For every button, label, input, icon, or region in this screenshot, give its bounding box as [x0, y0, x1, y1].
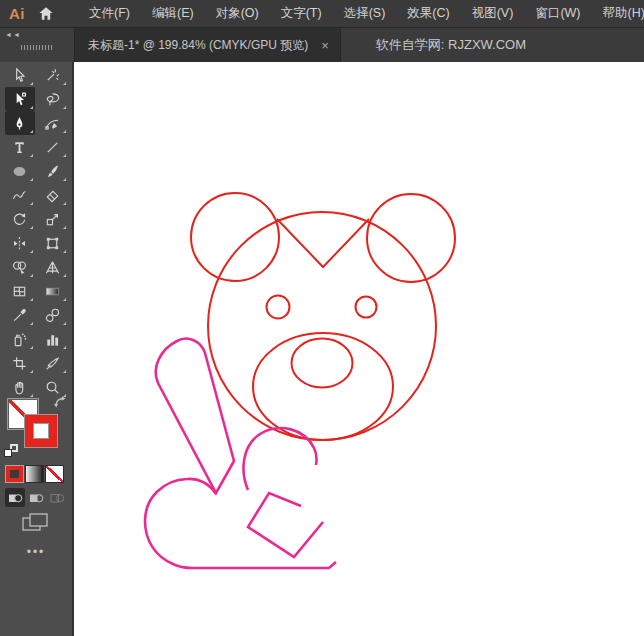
eraser-tool[interactable]: [38, 183, 68, 207]
illustrator-logo: Ai: [9, 5, 25, 22]
blend-tool[interactable]: [38, 303, 68, 327]
document-tab[interactable]: 未标题-1* @ 199.84% (CMYK/GPU 预览) ×: [74, 28, 341, 62]
symbol-sprayer-icon: [11, 331, 28, 348]
bear-foot-path[interactable]: [145, 479, 336, 568]
draw-normal-button[interactable]: [5, 488, 25, 507]
gradient-button[interactable]: [26, 466, 43, 482]
eyedropper-tool[interactable]: [5, 303, 35, 327]
mesh-tool[interactable]: [5, 279, 35, 303]
artboard-canvas[interactable]: [74, 62, 644, 636]
free-transform-tool[interactable]: [38, 231, 68, 255]
menu-edit[interactable]: 编辑(E): [141, 0, 205, 27]
line-segment-icon: [44, 139, 61, 156]
draw-inside-button[interactable]: [47, 488, 67, 507]
menu-view[interactable]: 视图(V): [461, 0, 525, 27]
home-button[interactable]: [38, 6, 54, 21]
slice-tool[interactable]: [38, 351, 68, 375]
magic-wand-tool[interactable]: [38, 63, 68, 87]
bear-ear-right-circle[interactable]: [367, 194, 455, 282]
bear-eye-right-circle[interactable]: [356, 297, 377, 318]
fill-stroke-controls: [0, 397, 74, 467]
default-fill-mini-icon: [4, 449, 12, 457]
gradient-tool[interactable]: [38, 279, 68, 303]
pen-tool[interactable]: [5, 111, 35, 135]
eyedropper-icon: [11, 307, 28, 324]
tools-panel: •••: [0, 62, 74, 636]
menu-effect[interactable]: 效果(C): [396, 0, 460, 27]
menu-object[interactable]: 对象(O): [205, 0, 270, 27]
swap-arrow-icon: [53, 395, 67, 409]
scale-tool[interactable]: [38, 207, 68, 231]
document-tab-bar: ◄◄ 未标题-1* @ 199.84% (CMYK/GPU 预览) × 软件自学…: [0, 28, 644, 62]
blend-icon: [44, 307, 61, 324]
watermark-text: 软件自学网: RJZXW.COM: [341, 28, 526, 62]
ellipse-icon: [11, 163, 28, 180]
type-tool[interactable]: [5, 135, 35, 159]
scale-icon: [44, 211, 61, 228]
symbol-sprayer-tool[interactable]: [5, 327, 35, 351]
bear-arm-path[interactable]: [156, 339, 234, 493]
artwork-svg: [74, 62, 644, 636]
bear-nose-ellipse[interactable]: [292, 339, 353, 388]
bear-paw-square-path[interactable]: [248, 493, 323, 557]
bear-eye-left-circle[interactable]: [267, 296, 290, 319]
eraser-icon: [44, 187, 61, 204]
magic-wand-icon: [44, 67, 61, 84]
direct-selection-icon: [11, 91, 28, 108]
width-icon: [11, 235, 28, 252]
artboard-tool[interactable]: [5, 351, 35, 375]
stroke-swatch-red[interactable]: [25, 415, 57, 447]
menu-select[interactable]: 选择(S): [333, 0, 397, 27]
swap-fill-stroke-button[interactable]: [53, 395, 67, 413]
menu-file[interactable]: 文件(F): [78, 0, 141, 27]
rotate-icon: [11, 211, 28, 228]
column-graph-tool[interactable]: [38, 327, 68, 351]
bear-brow-v-path[interactable]: [277, 219, 369, 267]
lasso-icon: [44, 91, 61, 108]
panel-drag-grip[interactable]: [21, 45, 54, 50]
curvature-tool[interactable]: [38, 111, 68, 135]
drawing-mode-buttons: [5, 488, 67, 507]
pen-icon: [11, 115, 28, 132]
column-graph-icon: [44, 331, 61, 348]
menu-type[interactable]: 文字(T): [270, 0, 333, 27]
zoom-icon: [44, 379, 61, 396]
document-tab-title: 未标题-1* @ 199.84% (CMYK/GPU 预览): [88, 37, 308, 54]
bear-ear-left-circle[interactable]: [191, 193, 279, 281]
shape-builder-tool[interactable]: [5, 255, 35, 279]
menu-bar: Ai 文件(F) 编辑(E) 对象(O) 文字(T) 选择(S) 效果(C) 视…: [0, 0, 644, 28]
home-icon: [38, 6, 54, 21]
type-icon: [11, 139, 28, 156]
bear-paw-arch-path[interactable]: [244, 428, 317, 490]
lasso-tool[interactable]: [38, 87, 68, 111]
line-segment-tool[interactable]: [38, 135, 68, 159]
default-fill-stroke-button[interactable]: [4, 444, 18, 457]
menu-window[interactable]: 窗口(W): [524, 0, 591, 27]
ellipse-tool[interactable]: [5, 159, 35, 183]
paintbrush-tool[interactable]: [38, 159, 68, 183]
tool-grid: [0, 62, 72, 399]
selection-icon: [11, 67, 28, 84]
selection-tool[interactable]: [5, 63, 35, 87]
shaper-tool[interactable]: [5, 183, 35, 207]
change-screen-mode-button[interactable]: [22, 513, 48, 537]
curvature-icon: [44, 115, 61, 132]
edit-toolbar-button[interactable]: •••: [0, 545, 72, 559]
shaper-icon: [11, 187, 28, 204]
color-button[interactable]: [6, 466, 23, 482]
artboard-icon: [11, 355, 28, 372]
bear-head-circle[interactable]: [208, 212, 436, 440]
perspective-grid-icon: [44, 259, 61, 276]
width-tool[interactable]: [5, 231, 35, 255]
draw-behind-button[interactable]: [26, 488, 46, 507]
hand-tool[interactable]: [5, 375, 35, 399]
menu-help[interactable]: 帮助(H): [592, 0, 644, 27]
none-button[interactable]: [46, 466, 63, 482]
screen-mode-icon: [22, 513, 48, 533]
rotate-tool[interactable]: [5, 207, 35, 231]
gradient-icon: [44, 283, 61, 300]
collapse-panel-button[interactable]: ◄◄: [5, 31, 21, 38]
perspective-grid-tool[interactable]: [38, 255, 68, 279]
tab-close-icon[interactable]: ×: [321, 39, 329, 52]
direct-selection-tool[interactable]: [5, 87, 35, 111]
